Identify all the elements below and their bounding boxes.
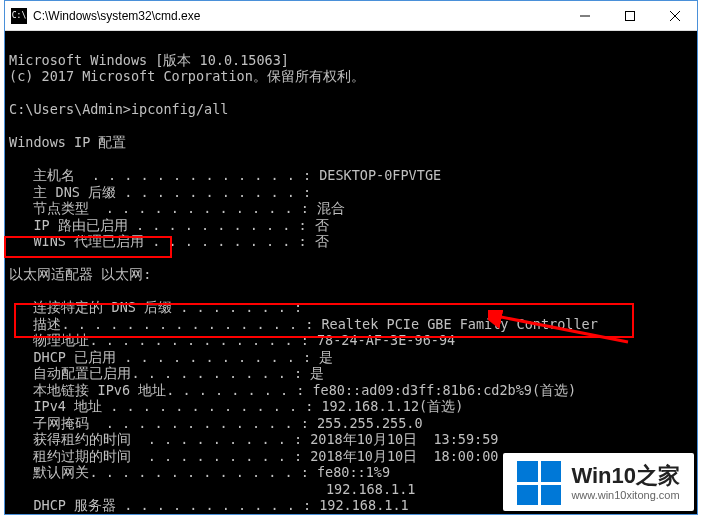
config-row: DHCPv6 IAID . . . . . . . . . . . : 5820… bbox=[9, 514, 391, 515]
config-row: 租约过期的时间 . . . . . . . . . : 2018年10月10日 … bbox=[9, 448, 499, 464]
config-row: WINS 代理已启用 . . . . . . . . . : 否 bbox=[9, 233, 329, 249]
header-line-2: (c) 2017 Microsoft Corporation。保留所有权利。 bbox=[9, 68, 365, 84]
config-row: 本地链接 IPv6 地址. . . . . . . . : fe80::ad09… bbox=[9, 382, 576, 398]
watermark: Win10之家 www.win10xitong.com bbox=[503, 453, 694, 511]
cmd-window: C:\ C:\Windows\system32\cmd.exe Microsof… bbox=[4, 0, 698, 515]
config-row: 主机名 . . . . . . . . . . . . . : DESKTOP-… bbox=[9, 167, 441, 183]
config-row: 自动配置已启用. . . . . . . . . . : 是 bbox=[9, 365, 324, 381]
maximize-button[interactable] bbox=[607, 1, 652, 30]
header-line-1: Microsoft Windows [版本 10.0.15063] bbox=[9, 52, 289, 68]
terminal-output[interactable]: Microsoft Windows [版本 10.0.15063] (c) 20… bbox=[5, 31, 697, 514]
maximize-icon bbox=[625, 11, 635, 21]
cmd-icon: C:\ bbox=[11, 8, 27, 24]
config-row-mac-address: 物理地址. . . . . . . . . . . . . : 78-24-AF… bbox=[9, 332, 455, 348]
config-row: 连接特定的 DNS 后缀 . . . . . . . : bbox=[9, 299, 310, 315]
window-title: C:\Windows\system32\cmd.exe bbox=[33, 9, 562, 23]
minimize-button[interactable] bbox=[562, 1, 607, 30]
config-row: 子网掩码 . . . . . . . . . . . . : 255.255.2… bbox=[9, 415, 423, 431]
close-button[interactable] bbox=[652, 1, 697, 30]
config-row: IPv4 地址 . . . . . . . . . . . . : 192.16… bbox=[9, 398, 463, 414]
watermark-url: www.win10xitong.com bbox=[571, 490, 680, 501]
watermark-title: Win10之家 bbox=[571, 465, 680, 487]
config-row: 默认网关. . . . . . . . . . . . . : fe80::1%… bbox=[9, 464, 390, 480]
config-row: 获得租约的时间 . . . . . . . . . : 2018年10月10日 … bbox=[9, 431, 499, 447]
titlebar[interactable]: C:\ C:\Windows\system32\cmd.exe bbox=[5, 1, 697, 31]
svg-rect-1 bbox=[625, 11, 634, 20]
close-icon bbox=[670, 11, 680, 21]
windows-logo-icon bbox=[517, 461, 561, 505]
window-controls bbox=[562, 1, 697, 30]
prompt-line: C:\Users\Admin>ipconfig/all bbox=[9, 101, 228, 117]
minimize-icon bbox=[580, 11, 590, 21]
config-row: 节点类型 . . . . . . . . . . . . : 混合 bbox=[9, 200, 345, 216]
config-row: 描述. . . . . . . . . . . . . . . : Realte… bbox=[9, 316, 598, 332]
section-ethernet-title: 以太网适配器 以太网: bbox=[9, 266, 151, 282]
config-row: DHCP 服务器 . . . . . . . . . . . : 192.168… bbox=[9, 497, 409, 513]
config-row: 192.168.1.1 bbox=[9, 481, 415, 497]
section-ip-config-title: Windows IP 配置 bbox=[9, 134, 126, 150]
config-row: IP 路由已启用 . . . . . . . . . . : 否 bbox=[9, 217, 329, 233]
config-row: 主 DNS 后缀 . . . . . . . . . . . : bbox=[9, 184, 319, 200]
config-row: DHCP 已启用 . . . . . . . . . . . : 是 bbox=[9, 349, 333, 365]
